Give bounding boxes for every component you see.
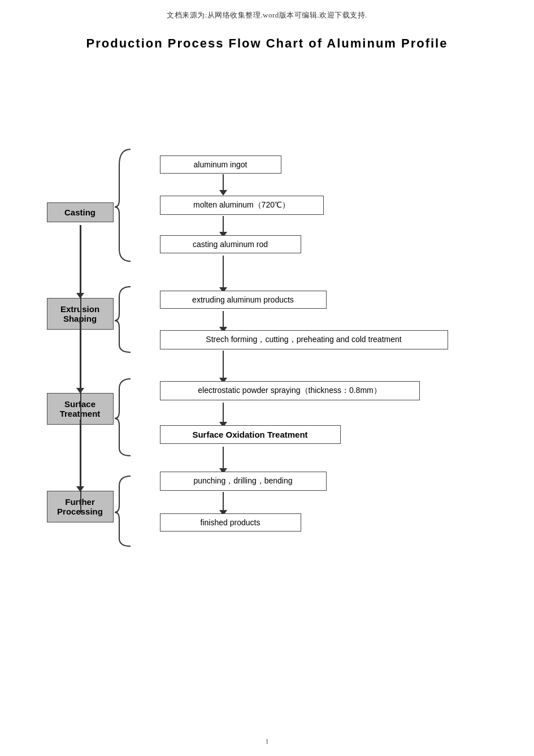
box-electrostatic: electrostatic powder spraying（thickness：… [160,381,420,400]
bracket-further [114,475,136,548]
arrow-strech-electrostatic [219,351,227,383]
box-molten-aluminum: molten aluminum（720℃） [160,196,324,215]
arrow-rod-extruding [219,256,227,293]
arrow-extrusion-surface [76,322,84,394]
box-surface-oxidation: Surface Oxidation Treatment [160,425,341,444]
box-extruding: extruding aluminum products [160,291,327,309]
arrow-punching-finished [219,492,227,516]
watermark-text: 文档来源为:从网络收集整理.word版本可编辑.欢迎下载支持. [167,11,367,19]
box-casting-rod: casting aluminum rod [160,235,301,253]
arrow-surface-further [76,420,84,492]
arrow-casting-extrusion [76,225,84,299]
watermark: 文档来源为:从网络收集整理.word版本可编辑.欢迎下载支持. [0,0,534,26]
bracket-extrusion [114,286,136,353]
diagram-container: Casting ExtrusionShaping SurfaceTreatmen… [47,68,488,509]
page-title: Production Process Flow Chart of Aluminu… [0,36,534,51]
box-finished: finished products [160,513,301,532]
page-number: 1 [265,737,269,746]
arrow-electrostatic-oxidation [219,403,227,427]
box-strech: Strech forming，cutting，preheating and co… [160,330,448,349]
box-aluminum-ingot: aluminum ingot [160,155,281,174]
arrow-oxidation-punching [219,447,227,474]
box-punching: punching，drilling，bending [160,472,327,491]
arrow-molten-rod [219,216,227,237]
bracket-casting [114,148,136,264]
stage-casting: Casting [47,202,114,222]
arrow-extruding-strech [219,311,227,332]
bracket-surface [114,378,136,457]
arrow-ingot-molten [219,174,227,196]
